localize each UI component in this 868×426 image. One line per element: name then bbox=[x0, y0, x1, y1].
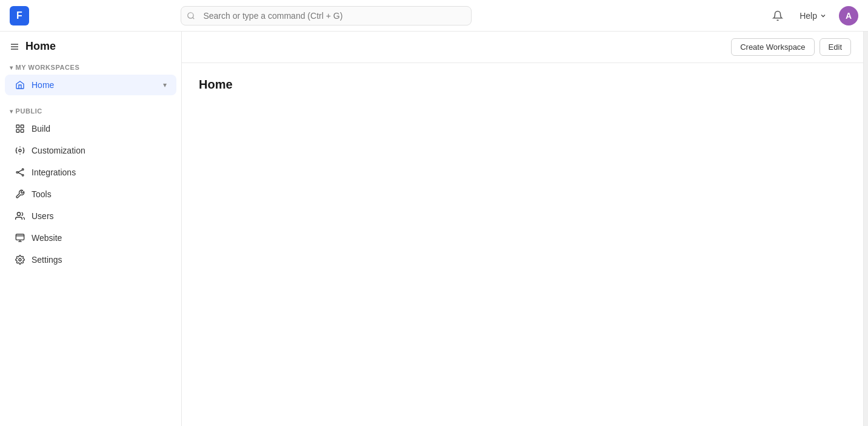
settings-icon bbox=[15, 254, 25, 265]
content-main: Home bbox=[182, 63, 863, 426]
hamburger-menu[interactable] bbox=[10, 42, 19, 52]
navbar-right: Help A bbox=[768, 6, 858, 25]
public-section[interactable]: ▾ PUBLIC bbox=[0, 103, 181, 117]
svg-point-11 bbox=[22, 169, 24, 171]
sidebar-item-build[interactable]: Build bbox=[5, 118, 176, 139]
sidebar-item-users[interactable]: Users bbox=[5, 206, 176, 226]
svg-rect-6 bbox=[21, 125, 24, 128]
svg-rect-16 bbox=[16, 234, 24, 240]
create-workspace-button[interactable]: Create Workspace bbox=[731, 38, 814, 56]
search-bar bbox=[181, 6, 472, 25]
build-label: Build bbox=[32, 124, 167, 134]
search-input[interactable] bbox=[181, 6, 472, 25]
customization-icon bbox=[15, 145, 25, 156]
integrations-label: Integrations bbox=[32, 167, 167, 177]
tools-icon bbox=[15, 189, 25, 200]
page-title: Home bbox=[199, 78, 846, 92]
navbar: F Help A bbox=[0, 0, 868, 32]
svg-rect-8 bbox=[21, 129, 24, 132]
website-label: Website bbox=[32, 233, 167, 243]
tools-label: Tools bbox=[32, 189, 167, 199]
svg-point-9 bbox=[19, 149, 21, 152]
svg-rect-5 bbox=[16, 125, 19, 128]
user-avatar[interactable]: A bbox=[839, 6, 858, 25]
search-icon bbox=[187, 12, 195, 20]
svg-line-13 bbox=[18, 170, 22, 172]
svg-point-20 bbox=[19, 259, 21, 261]
app-logo[interactable]: F bbox=[10, 6, 29, 25]
svg-point-10 bbox=[16, 172, 18, 174]
users-label: Users bbox=[32, 211, 167, 221]
settings-label: Settings bbox=[32, 255, 167, 265]
svg-point-15 bbox=[17, 212, 20, 215]
sidebar-item-customization[interactable]: Customization bbox=[5, 140, 176, 161]
home-label: Home bbox=[32, 80, 157, 90]
sidebar-item-website[interactable]: Website bbox=[5, 228, 176, 248]
svg-line-1 bbox=[193, 17, 195, 19]
svg-point-0 bbox=[188, 12, 193, 18]
build-icon bbox=[15, 123, 25, 134]
my-workspaces-section[interactable]: ▾ MY WORKSPACES bbox=[0, 59, 181, 73]
content-toolbar: Create Workspace Edit bbox=[182, 32, 863, 63]
my-workspaces-chevron: ▾ bbox=[10, 64, 13, 71]
home-chevron: ▾ bbox=[163, 81, 167, 89]
sidebar-item-integrations[interactable]: Integrations bbox=[5, 162, 176, 183]
scrollbar-track[interactable] bbox=[863, 32, 868, 426]
svg-line-14 bbox=[18, 172, 22, 174]
main-layout: Home ▾ MY WORKSPACES Home ▾ ▾ PUBLIC bbox=[0, 32, 868, 426]
help-button[interactable]: Help bbox=[795, 8, 832, 23]
website-icon bbox=[15, 232, 25, 243]
public-chevron: ▾ bbox=[10, 108, 13, 115]
sidebar-item-home[interactable]: Home ▾ bbox=[5, 75, 176, 95]
content-area: Create Workspace Edit Home bbox=[182, 32, 863, 426]
notification-bell[interactable] bbox=[768, 6, 787, 25]
svg-point-12 bbox=[22, 174, 24, 176]
sidebar-item-tools[interactable]: Tools bbox=[5, 184, 176, 205]
users-icon bbox=[15, 211, 25, 221]
sidebar: Home ▾ MY WORKSPACES Home ▾ ▾ PUBLIC bbox=[0, 32, 182, 426]
edit-button[interactable]: Edit bbox=[820, 38, 851, 56]
customization-label: Customization bbox=[32, 146, 167, 155]
integrations-icon bbox=[15, 167, 25, 178]
sidebar-item-settings[interactable]: Settings bbox=[5, 249, 176, 270]
home-icon bbox=[15, 79, 25, 90]
sidebar-header: Home bbox=[0, 32, 181, 59]
svg-rect-7 bbox=[16, 129, 19, 132]
sidebar-title: Home bbox=[25, 40, 56, 53]
